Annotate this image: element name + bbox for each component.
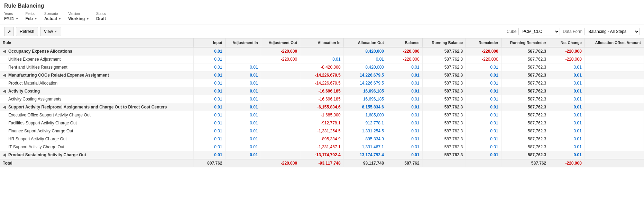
table-row: Facilities Support Activity Charge Out0.… (0, 119, 644, 127)
total-cell (422, 159, 466, 167)
rule-cell: Rent and Utilities Reassignment (0, 63, 194, 71)
total-cell (225, 159, 261, 167)
cube-select[interactable]: PCM_CLC (518, 28, 560, 35)
table-row: Utilities Expense Adjustment0.01-220,000… (0, 55, 644, 63)
filter-scenario: Scenario Actual ▼ (44, 12, 62, 21)
input-cell: 0.01 (194, 111, 225, 119)
running-remainder-cell: 587,762.3 (501, 135, 549, 143)
running-balance-cell: 587,762.3 (422, 87, 466, 95)
col-rule: Rule (0, 38, 194, 47)
adj-out-cell (261, 143, 300, 151)
alloc-out-cell: 14,226,679.5 (343, 79, 387, 87)
input-cell: 0.01 (194, 47, 225, 55)
balance-cell: 0.01 (387, 143, 423, 151)
scenario-select[interactable]: Actual ▼ (44, 16, 62, 21)
input-cell: 0.01 (194, 135, 225, 143)
balance-cell: 0.01 (387, 95, 423, 103)
balance-cell: 0.01 (387, 103, 423, 111)
offset-cell (585, 143, 644, 151)
expand-row-icon[interactable]: ◀ (3, 73, 7, 78)
total-cell: 807,762 (194, 159, 225, 167)
offset-cell (585, 127, 644, 135)
alloc-in-cell: -895,334.9 (300, 135, 343, 143)
alloc-in-cell: -1,331,254.5 (300, 127, 343, 135)
alloc-out-cell: 16,696,185 (343, 95, 387, 103)
balance-cell: -220,000 (387, 55, 423, 63)
remainder-cell: -220,000 (466, 55, 502, 63)
adj-in-cell: 0.01 (225, 135, 261, 143)
adj-out-cell (261, 79, 300, 87)
col-input: Input (194, 38, 225, 47)
rule-cell: ◀Occupancy Expense Allocations (0, 47, 194, 55)
filter-period: Period Feb ▼ (26, 12, 37, 21)
remainder-cell: 0.01 (466, 127, 502, 135)
balance-cell: 0.01 (387, 151, 423, 159)
remainder-cell: 0.01 (466, 111, 502, 119)
expand-row-icon[interactable]: ◀ (3, 105, 7, 110)
input-cell: 0.01 (194, 79, 225, 87)
view-button[interactable]: View ▼ (40, 27, 61, 36)
rule-cell: Facilities Support Activity Charge Out (0, 119, 194, 127)
expand-row-icon[interactable]: ◀ (3, 152, 7, 157)
version-dropdown-arrow: ▼ (86, 17, 89, 20)
col-alloc-out: Allocation Out (343, 38, 387, 47)
running-remainder-cell: 587,762.3 (501, 119, 549, 127)
balance-cell: 0.01 (387, 135, 423, 143)
net-change-cell: 0.01 (549, 103, 585, 111)
offset-cell (585, 135, 644, 143)
refresh-button[interactable]: Refresh (16, 27, 38, 36)
net-change-cell: 0.01 (549, 135, 585, 143)
offset-cell (585, 47, 644, 55)
running-remainder-cell: 587,762.3 (501, 87, 549, 95)
running-balance-cell: 587,762.3 (422, 103, 466, 111)
balance-cell: 0.01 (387, 111, 423, 119)
col-remainder: Remainder (466, 38, 502, 47)
net-change-cell: 0.01 (549, 63, 585, 71)
running-remainder-cell: 587,762.3 (501, 55, 549, 63)
adj-out-cell (261, 111, 300, 119)
adj-out-cell (261, 135, 300, 143)
rule-cell: Product Material Allocation (0, 79, 194, 87)
page-container: Rule Balancing Years FY21 ▼ Period Feb ▼… (0, 0, 644, 219)
expand-row-icon[interactable]: ◀ (3, 89, 7, 94)
dataform-select[interactable]: Balancing - All Steps (585, 28, 640, 35)
col-offset-amount: Allocation Offset Amount (585, 38, 644, 47)
expand-row-icon[interactable]: ◀ (3, 49, 7, 54)
offset-cell (585, 103, 644, 111)
offset-cell (585, 79, 644, 87)
input-cell: 0.01 (194, 151, 225, 159)
running-balance-cell: 587,762.3 (422, 119, 466, 127)
table-row: ◀Occupancy Expense Allocations0.01-220,0… (0, 47, 644, 55)
adj-out-cell (261, 151, 300, 159)
rule-cell: ◀Support Activity Reciprocal Assignments… (0, 103, 194, 111)
period-select[interactable]: Feb ▼ (26, 16, 37, 21)
years-select[interactable]: FY21 ▼ (4, 16, 19, 21)
filter-status: Status Draft (96, 12, 106, 21)
alloc-out-cell: 8,420,000 (343, 47, 387, 55)
adj-out-cell (261, 103, 300, 111)
expand-button[interactable]: ↗ (4, 27, 14, 36)
offset-cell (585, 119, 644, 127)
net-change-cell: -220,000 (549, 55, 585, 63)
input-cell: 0.01 (194, 63, 225, 71)
total-row: Total807,762-220,000-93,117,74893,117,74… (0, 159, 644, 167)
adj-out-cell (261, 87, 300, 95)
table-row: Activity Costing Assignments0.010.01-16,… (0, 95, 644, 103)
adj-in-cell: 0.01 (225, 71, 261, 79)
offset-cell (585, 71, 644, 79)
running-remainder-cell: 587,762.3 (501, 79, 549, 87)
remainder-cell: -220,000 (466, 47, 502, 55)
running-balance-cell: 587,762.3 (422, 71, 466, 79)
input-cell: 0.01 (194, 127, 225, 135)
alloc-out-cell: 14,226,679.5 (343, 71, 387, 79)
alloc-in-cell: -912,778.1 (300, 119, 343, 127)
adj-out-cell (261, 63, 300, 71)
net-change-cell: -220,000 (549, 47, 585, 55)
adj-in-cell: 0.01 (225, 95, 261, 103)
table-row: ◀Manufacturing COGs Related Expense Assi… (0, 71, 644, 79)
remainder-cell: 0.01 (466, 143, 502, 151)
version-select[interactable]: Working ▼ (68, 16, 89, 21)
adj-in-cell: 0.01 (225, 151, 261, 159)
adj-in-cell: 0.01 (225, 63, 261, 71)
col-net-change: Net Change (549, 38, 585, 47)
